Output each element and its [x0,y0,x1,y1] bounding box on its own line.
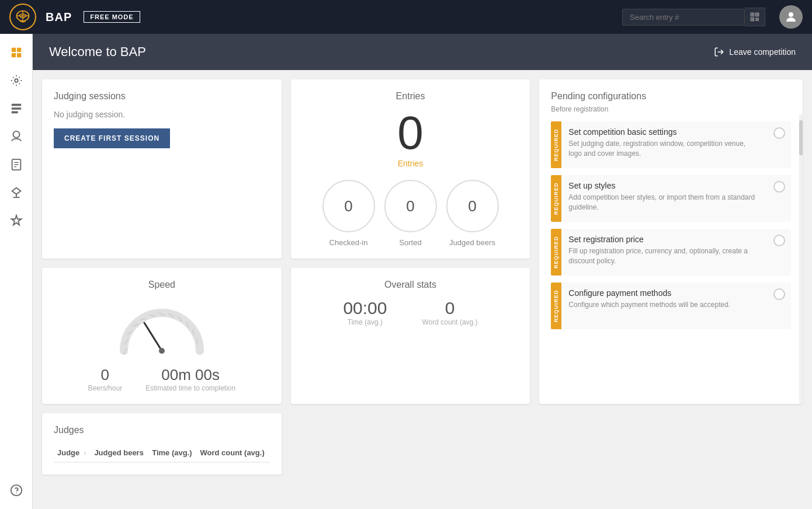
pending-scrollbar[interactable] [799,114,803,404]
overall-stats-title: Overall stats [303,280,519,290]
required-badge-1: REQUIRED [551,121,561,168]
word-count-stat: 0 Word count (avg.) [422,298,477,326]
qr-scan-button[interactable] [745,8,765,26]
beers-per-hour-label: Beers/hour [88,384,122,392]
config-item-payment[interactable]: REQUIRED Configure payment methods Confi… [551,283,791,329]
svg-rect-10 [758,18,759,19]
judged-beers-col-header: Judged beers [91,444,148,462]
config-item-title-4: Configure payment methods [568,288,761,298]
config-item-desc-2: Add competition beer styles, or import t… [568,193,761,212]
config-item-desc-4: Configure which payment methods will be … [568,300,761,310]
sidebar-item-results[interactable] [4,208,29,233]
time-avg-label: Time (avg.) [343,318,387,326]
sidebar-item-help[interactable] [4,477,29,503]
svg-point-13 [789,12,793,17]
svg-line-42 [144,323,162,351]
svg-point-29 [16,493,16,493]
word-count-value: 0 [422,298,477,318]
search-entry-input[interactable] [622,9,745,26]
svg-rect-9 [756,18,757,19]
svg-rect-21 [11,111,18,114]
config-radio-1[interactable] [773,127,785,139]
sorted-label: Sorted [399,238,421,247]
speed-card: Speed [42,268,282,404]
svg-rect-14 [11,48,15,52]
svg-rect-16 [11,53,15,57]
time-avg-value: 00:00 [343,298,387,318]
entries-title: Entries [303,91,519,102]
svg-rect-20 [11,107,21,110]
beers-per-hour-value: 0 [88,366,122,384]
sidebar-item-settings[interactable] [4,68,29,93]
entries-card: Entries 0 Entries 0 Checked-in 0 Sorted … [291,79,530,259]
user-avatar[interactable] [779,5,803,29]
sort-arrow: ↑ [84,450,86,456]
before-registration-label: Before registration [551,105,791,113]
create-first-session-button[interactable]: CREATE FIRST SESSION [54,128,170,148]
time-avg-stat: 00:00 Time (avg.) [343,298,387,326]
estimated-time-stat: 00m 00s Estimated time to completion [145,366,235,392]
judged-beers-label: Judged beers [449,238,495,247]
config-item-basic-settings[interactable]: REQUIRED Set competition basic settings … [551,121,791,168]
sidebar-item-judging[interactable] [4,180,29,205]
speed-numbers: 0 Beers/hour 00m 00s Estimated time to c… [54,366,270,392]
config-item-title-1: Set competition basic settings [568,127,761,137]
beers-per-hour-stat: 0 Beers/hour [88,366,122,392]
estimated-time-value: 00m 00s [145,366,235,384]
overall-stats-card: Overall stats 00:00 Time (avg.) 0 Word c… [291,268,530,404]
pending-configurations-title: Pending configurations [551,91,791,102]
entries-label: Entries [303,159,519,168]
pending-configurations-card: Pending configurations Before registrati… [539,79,803,404]
svg-rect-12 [758,20,759,21]
svg-point-18 [15,79,18,82]
svg-point-43 [159,348,165,354]
estimated-time-label: Estimated time to completion [145,384,235,392]
sidebar-item-announcements[interactable] [4,124,29,149]
entries-circles: 0 Checked-in 0 Sorted 0 Judged beers [303,180,519,247]
sorted-circle: 0 [384,180,437,232]
judged-beers-circle: 0 [446,180,499,232]
judging-sessions-title: Judging sessions [54,91,270,102]
checked-in-stat: 0 Checked-in [322,180,375,247]
config-item-title-3: Set registration price [568,235,761,244]
judge-col-header[interactable]: Judge ↑ [54,444,91,462]
judges-table: Judge ↑ Judged beers Time (avg.) Word co… [54,444,270,463]
pending-card-inner: Pending configurations Before registrati… [539,79,803,404]
svg-rect-8 [752,19,753,20]
config-radio-4[interactable] [773,288,785,300]
stats-row: 00:00 Time (avg.) 0 Word count (avg.) [303,298,519,326]
sorted-stat: 0 Sorted [384,180,437,247]
svg-rect-15 [16,48,20,52]
svg-rect-17 [16,53,20,57]
page-header: Welcome to BAP Leave competition [33,34,812,70]
app-name: BAP [46,11,72,24]
required-badge-2: REQUIRED [551,175,561,222]
app-body: Welcome to BAP Leave competition Judging… [0,34,812,509]
main-content: Welcome to BAP Leave competition Judging… [33,34,812,509]
leave-competition-button[interactable]: Leave competition [714,47,796,57]
judged-beers-stat: 0 Judged beers [446,180,499,247]
sidebar-item-reports[interactable] [4,152,29,177]
speed-title: Speed [54,280,270,290]
sidebar-item-entries[interactable] [4,96,29,121]
required-badge-4: REQUIRED [551,283,561,329]
config-radio-2[interactable] [773,181,785,193]
checked-in-label: Checked-in [329,238,368,247]
svg-rect-4 [752,14,753,15]
judging-sessions-card: Judging sessions No judging session. CRE… [42,79,282,259]
config-item-styles[interactable]: REQUIRED Set up styles Add competition b… [551,175,791,222]
judges-title: Judges [54,425,270,435]
svg-rect-19 [11,104,21,106]
dashboard-grid: Judging sessions No judging session. CRE… [33,70,812,484]
sidebar [0,34,33,509]
word-count-label: Word count (avg.) [422,318,477,326]
required-badge-3: REQUIRED [551,229,561,276]
sidebar-item-dashboard[interactable] [4,40,29,65]
config-item-desc-3: Fill up registration price, currency and… [568,246,761,266]
config-radio-3[interactable] [773,235,785,246]
word-count-avg-col-header: Word count (avg.) [196,444,269,462]
app-logo [9,4,36,30]
checked-in-circle: 0 [322,180,375,232]
config-item-price[interactable]: REQUIRED Set registration price Fill up … [551,229,791,276]
leave-icon [714,47,724,57]
